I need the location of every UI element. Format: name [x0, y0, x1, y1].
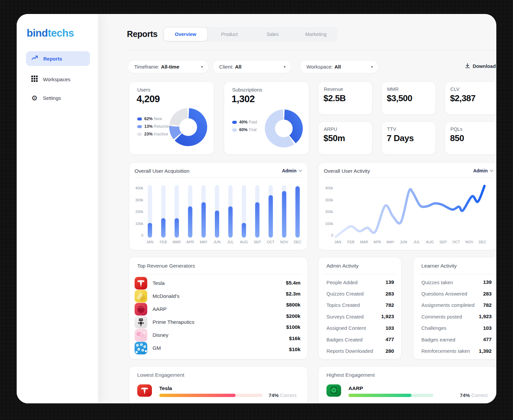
divider: [324, 274, 396, 274]
mcdonalds-logo-icon: [135, 290, 147, 303]
activity-row: Quizzes taken139: [421, 277, 492, 288]
sidebar-item-label: Reports: [43, 56, 62, 62]
page-title: Reports: [127, 29, 158, 39]
revenue-amount: $10k: [289, 344, 300, 355]
svg-text:0: 0: [141, 233, 143, 237]
sidebar-item-label: Workspaces: [43, 77, 70, 82]
legend-item: 62% New: [137, 116, 172, 121]
tab-sales[interactable]: Sales: [251, 27, 294, 42]
company-name: GM: [153, 345, 161, 351]
legend-percent: 60%: [239, 127, 248, 132]
svg-text:AUG: AUG: [426, 240, 434, 244]
activity-value: 280: [385, 348, 394, 354]
tab-overview[interactable]: Overview: [164, 28, 207, 41]
chevron-down-icon: ▾: [371, 65, 373, 69]
chevron-down-icon: [298, 170, 302, 172]
timeframe-value: All-time: [161, 64, 179, 70]
svg-text:200k: 200k: [135, 210, 143, 214]
logo-part-2: techs: [48, 27, 74, 39]
legend-label: New: [154, 116, 162, 121]
admin-activity-title: Admin Activity: [326, 263, 358, 269]
client-filter[interactable]: Client:All ▾: [213, 60, 291, 73]
company-name: McDonald’s: [153, 293, 180, 299]
kpi-label: ARPU: [324, 126, 337, 132]
kpi-label: Revenue: [324, 87, 343, 92]
activity-line-chart: 400k300k200k100k0JANFEBMARAPRMAYJUNJULAU…: [324, 181, 494, 247]
prime-logo-icon: [135, 316, 147, 328]
logo: bindtechs: [27, 27, 74, 39]
activity-row: Assignments completed782: [421, 300, 492, 311]
activity-label: Questions Answered: [421, 291, 467, 297]
company-name: AARP: [153, 306, 167, 312]
aarp-logo-icon: [135, 303, 147, 315]
activity-role-dropdown[interactable]: Admin: [473, 168, 493, 173]
activity-label: Badges earned: [421, 337, 455, 342]
activity-label: Assignments completed: [421, 302, 474, 308]
legend-item: 13% Returning: [137, 124, 172, 129]
activity-value: 103: [385, 325, 394, 331]
svg-text:OCT: OCT: [452, 240, 460, 244]
activity-row: Reinforcements taken1,392: [421, 345, 492, 356]
engagement-progress-fill: [159, 394, 236, 397]
acquisition-role-dropdown[interactable]: Admin: [282, 168, 302, 173]
svg-text:DEC: DEC: [294, 240, 301, 244]
revenue-amount: $5.4m: [286, 277, 300, 288]
revenue-row: McDonald’s: [135, 290, 194, 303]
tab-product[interactable]: Product: [208, 27, 251, 42]
svg-text:JAN: JAN: [147, 240, 154, 244]
timeframe-label: Timeframe:: [134, 64, 159, 70]
svg-text:APR: APR: [373, 240, 381, 244]
activity-row: Quizzes Created283: [326, 288, 394, 299]
revenue-row: GM: [135, 341, 194, 354]
svg-text:JUN: JUN: [400, 240, 407, 244]
chevron-down-icon: [490, 170, 493, 172]
activity-value: 103: [483, 325, 492, 331]
activity-row: Badges earned477: [421, 334, 492, 345]
app-window: bindtechs Reports Workspaces ⚙ Setting: [17, 14, 496, 403]
activity-label: Assigned Content: [326, 325, 366, 331]
aarp-logo-icon: [326, 384, 341, 397]
engagement-suffix: Correct: [471, 392, 488, 398]
legend-label: Inactive: [154, 132, 168, 136]
activity-row: Comments posted1,923: [421, 311, 492, 322]
activity-row: Challenges103: [421, 322, 492, 334]
divider: [419, 274, 493, 274]
acquisition-chart-title: Overall User Acquisition: [135, 168, 190, 174]
chevron-down-icon: ▾: [201, 65, 203, 69]
lowest-engagement-card: Lowest Engagement Tesla 74% Correct: [129, 366, 308, 403]
legend-item: 40% Paid: [232, 120, 257, 124]
client-label: Client:: [219, 64, 234, 70]
activity-row: People Added139: [326, 277, 394, 288]
activity-chart-title: Overall User Activity: [324, 168, 370, 174]
client-value: All: [235, 64, 242, 70]
svg-text:JUL: JUL: [413, 240, 420, 244]
company-name: Disney: [153, 332, 168, 338]
activity-value: 1,392: [479, 348, 492, 354]
svg-text:FEB: FEB: [347, 240, 354, 244]
svg-text:JAN: JAN: [334, 240, 341, 244]
users-card: Users 4,209 62% New13% Returning23% Inac…: [129, 82, 214, 155]
activity-value: 283: [385, 291, 394, 297]
divider: [324, 177, 493, 178]
tab-marketing[interactable]: Marketing: [294, 27, 337, 42]
activity-row: Surveys Created1,923: [326, 311, 394, 322]
sidebar-item-settings[interactable]: ⚙ Settings: [26, 91, 90, 105]
sidebar-item-workspaces[interactable]: Workspaces: [26, 72, 90, 87]
svg-text:JUL: JUL: [227, 240, 234, 244]
workspace-filter[interactable]: Workspace:All ▾: [300, 60, 378, 73]
svg-text:AUG: AUG: [240, 240, 248, 244]
engagement-percent: 74%: [460, 392, 470, 398]
sidebar-item-reports[interactable]: Reports: [26, 51, 90, 66]
legend-dot: [232, 128, 237, 131]
kpi-card-revenue: Revenue$2.5B: [318, 82, 372, 115]
legend-label: Paid: [249, 120, 257, 124]
revenue-amount: $800k: [286, 300, 300, 311]
trending-up-icon: [31, 55, 38, 63]
revenue-amount: $16k: [289, 333, 300, 344]
kpi-value: 850: [450, 133, 464, 143]
timeframe-filter[interactable]: Timeframe:All-time ▾: [128, 60, 209, 73]
activity-row: Badges Created477: [326, 334, 394, 345]
user-activity-card: Overall User Activity Admin 400k300k200k…: [318, 162, 496, 250]
legend-dot: [137, 133, 142, 136]
download-button[interactable]: Download: [465, 63, 495, 70]
